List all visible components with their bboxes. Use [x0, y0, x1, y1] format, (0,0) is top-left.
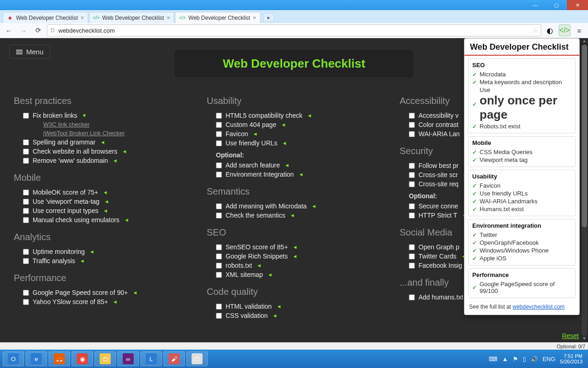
checklist-item[interactable]: Manual check using emulators ◄	[23, 215, 188, 224]
item-checkbox[interactable]	[216, 162, 222, 168]
tab-close-icon[interactable]: ×	[253, 15, 256, 21]
checklist-item[interactable]: Spelling and grammar ◄	[23, 138, 188, 147]
forward-button[interactable]: →	[17, 24, 29, 36]
item-checkbox[interactable]	[216, 140, 222, 146]
flag-icon[interactable]: ⚑	[513, 356, 518, 362]
taskbar-app-paint[interactable]: 🖌	[164, 351, 185, 366]
item-checkbox[interactable]	[409, 244, 415, 250]
browser-tab[interactable]: </>Web Developer Checklist×	[175, 12, 260, 23]
checklist-item[interactable]: Check the semantics ◄	[216, 211, 381, 220]
item-checkbox[interactable]	[409, 263, 415, 269]
browser-tab[interactable]: ◆Web Developer Checklist×	[3, 12, 88, 23]
checklist-item[interactable]: Use 'viewport' meta-tag ◄	[23, 197, 188, 206]
item-checkbox[interactable]	[216, 131, 222, 137]
browser-tab[interactable]: </>Web Developer Checklist×	[89, 12, 175, 23]
keyboard-icon[interactable]: ⌨	[489, 356, 498, 362]
site-menu-button[interactable]: Menu	[9, 45, 51, 59]
taskbar-clock[interactable]: 7:51 PM 5/26/2013	[560, 353, 585, 364]
checklist-item[interactable]: Google Rich Snippets ◄	[216, 252, 381, 261]
checklist-item[interactable]: robots.txt ◄	[216, 261, 381, 270]
item-checkbox[interactable]	[23, 290, 29, 296]
extension-icon-1[interactable]: ◐	[544, 24, 556, 36]
item-checkbox[interactable]	[216, 253, 222, 259]
expand-arrow-icon[interactable]: ◄	[311, 203, 317, 209]
window-maximize-button[interactable]	[546, 0, 567, 10]
item-checkbox[interactable]	[23, 139, 29, 145]
chrome-menu-button[interactable]: ≡	[573, 24, 585, 36]
item-checkbox[interactable]	[409, 131, 415, 137]
extension-footer-link[interactable]: webdevchecklist.com	[513, 304, 565, 310]
checklist-item[interactable]: SenSEO score of 85+ ◄	[216, 242, 381, 252]
checklist-item[interactable]: XML sitemap ◄	[216, 270, 381, 279]
item-checkbox[interactable]	[23, 249, 29, 255]
item-checkbox[interactable]	[23, 299, 29, 305]
address-bar[interactable]: 🗋 webdevchecklist.com ☆	[47, 24, 541, 36]
checklist-item[interactable]: MobileOK score of 75+ ◄	[23, 188, 188, 197]
item-checkbox[interactable]	[409, 113, 415, 119]
checklist-item[interactable]: Google Page Speed score of 90+ ◄	[23, 288, 188, 297]
item-checkbox[interactable]	[409, 172, 415, 178]
expand-arrow-icon[interactable]: ◄	[282, 140, 287, 146]
item-checkbox[interactable]	[216, 313, 222, 319]
expand-arrow-icon[interactable]: ◄	[103, 208, 108, 213]
item-checkbox[interactable]	[216, 272, 222, 278]
expand-arrow-icon[interactable]: ◄	[292, 253, 297, 259]
taskbar-app-visualstudio[interactable]: ∞	[118, 351, 139, 366]
window-minimize-button[interactable]	[525, 0, 546, 10]
expand-arrow-icon[interactable]: ◄	[293, 244, 298, 250]
site-info-icon[interactable]: 🗋	[50, 27, 56, 34]
checklist-item[interactable]: Fix broken links ▼	[23, 111, 188, 120]
expand-arrow-icon[interactable]: ◄	[267, 272, 272, 277]
window-close-button[interactable]	[567, 0, 588, 10]
item-checkbox[interactable]	[409, 253, 415, 259]
checklist-item[interactable]: Check website in all browsers ◄	[23, 147, 188, 156]
item-checkbox[interactable]	[216, 113, 222, 119]
expand-arrow-icon[interactable]: ◄	[90, 249, 95, 254]
network-icon[interactable]: ▯	[523, 356, 526, 362]
item-checkbox[interactable]	[409, 203, 415, 209]
checklist-item[interactable]: Add search feature ◄	[216, 161, 381, 170]
item-checkbox[interactable]	[23, 199, 29, 205]
expand-arrow-icon[interactable]: ◄	[277, 304, 282, 309]
tray-up-icon[interactable]: ▲	[502, 356, 508, 362]
taskbar-app-explorer[interactable]: 🗀	[95, 351, 116, 366]
item-checkbox[interactable]	[409, 163, 415, 169]
expand-arrow-icon[interactable]: ▼	[82, 113, 87, 118]
item-checkbox[interactable]	[23, 113, 29, 119]
taskbar-app-notepad[interactable]: 🗒	[187, 351, 208, 366]
item-checkbox[interactable]	[409, 122, 415, 128]
expand-arrow-icon[interactable]: ◄	[307, 113, 312, 118]
taskbar-app-chrome[interactable]: ◉	[72, 351, 93, 366]
expand-arrow-icon[interactable]: ◄	[132, 290, 137, 295]
checklist-item[interactable]: HTML5 compatibility check ◄	[216, 111, 381, 120]
item-checkbox[interactable]	[216, 172, 222, 178]
checklist-item[interactable]: Uptime monitoring ◄	[23, 247, 188, 256]
scroll-up-arrow-icon[interactable]: ▲	[581, 38, 588, 45]
extension-icon-checklist[interactable]: </>	[559, 24, 571, 36]
volume-icon[interactable]: 🔊	[531, 356, 538, 362]
item-checkbox[interactable]	[409, 213, 415, 218]
checklist-item[interactable]: Custom 404 page ◄	[216, 120, 381, 129]
sublink[interactable]: W3C link checker	[43, 120, 188, 129]
item-checkbox[interactable]	[23, 149, 29, 155]
item-checkbox[interactable]	[23, 190, 29, 196]
item-checkbox[interactable]	[216, 244, 222, 250]
expand-arrow-icon[interactable]: ◄	[113, 299, 118, 305]
checklist-item[interactable]: Favicon ◄	[216, 129, 381, 138]
sublink[interactable]: iWebTool Broken Link Checker	[43, 129, 188, 138]
checklist-item[interactable]: Use correct input types ◄	[23, 206, 188, 215]
expand-arrow-icon[interactable]: ◄	[290, 213, 295, 218]
new-tab-button[interactable]: ▸	[263, 13, 274, 22]
tab-close-icon[interactable]: ×	[81, 15, 84, 21]
expand-arrow-icon[interactable]: ◄	[103, 190, 108, 195]
taskbar-app-outlook[interactable]: O	[3, 351, 24, 366]
expand-arrow-icon[interactable]: ◄	[281, 122, 286, 127]
item-checkbox[interactable]	[216, 213, 222, 218]
item-checkbox[interactable]	[216, 304, 222, 310]
scrollbar-thumb[interactable]	[582, 45, 587, 227]
checklist-item[interactable]: HTML validation ◄	[216, 302, 381, 311]
item-checkbox[interactable]	[23, 208, 29, 214]
checklist-item[interactable]: Remove 'www' subdomain ◄	[23, 156, 188, 165]
bookmark-star-icon[interactable]: ☆	[532, 27, 538, 34]
expand-arrow-icon[interactable]: ◄	[253, 131, 258, 137]
